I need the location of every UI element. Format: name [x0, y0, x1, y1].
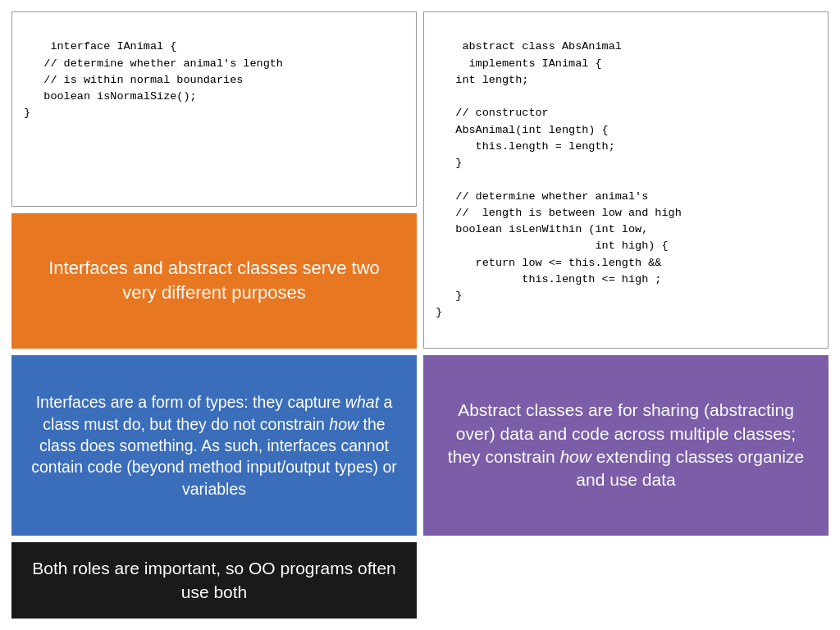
blue-info-text: Interfaces are a form of types: they cap…: [30, 391, 399, 500]
orange-info-box: Interfaces and abstract classes serve tw…: [11, 213, 417, 349]
interface-code-text: interface IAnimal { // determine whether…: [24, 40, 283, 119]
purple-info-text: Abstract classes are for sharing (abstra…: [441, 399, 810, 491]
abstract-class-code-box: abstract class AbsAnimal implements IAni…: [423, 11, 829, 349]
orange-info-text: Interfaces and abstract classes serve tw…: [30, 256, 399, 304]
interface-code-box: interface IAnimal { // determine whether…: [11, 11, 417, 207]
black-info-box: Both roles are important, so OO programs…: [11, 542, 417, 619]
blue-info-box: Interfaces are a form of types: they cap…: [11, 355, 417, 536]
black-info-text: Both roles are important, so OO programs…: [30, 557, 399, 604]
purple-info-box: Abstract classes are for sharing (abstra…: [423, 355, 829, 536]
abstract-class-code-text: abstract class AbsAnimal implements IAni…: [436, 40, 682, 318]
main-layout: interface IAnimal { // determine whether…: [0, 0, 840, 630]
